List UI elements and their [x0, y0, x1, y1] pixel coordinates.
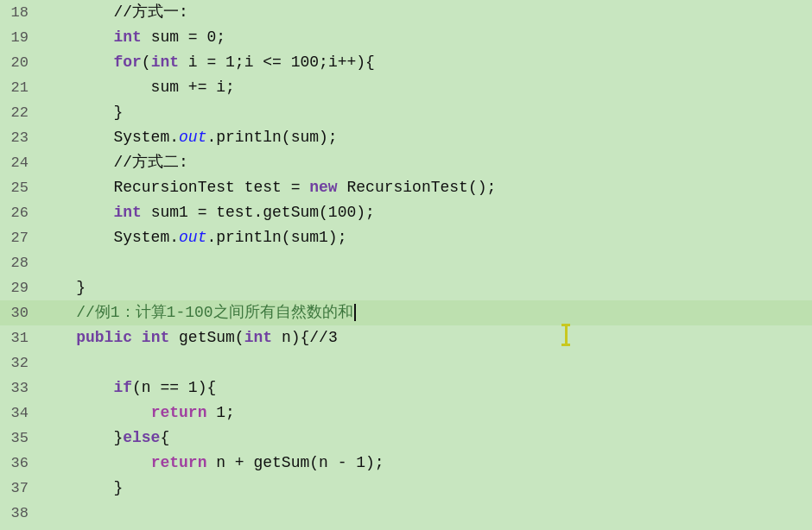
line-content: }else{ — [39, 426, 169, 451]
line-number: 27 — [0, 225, 39, 250]
line-content: System.out.println(sum1); — [39, 225, 346, 250]
code-line: 23 System.out.println(sum); — [0, 125, 812, 150]
code-line: 31 public int getSum(int n){//3 — [0, 325, 812, 350]
line-number: 33 — [0, 375, 39, 401]
code-line: 36 return n + getSum(n - 1); — [0, 451, 812, 476]
line-number: 31 — [0, 325, 39, 350]
line-number: 19 — [0, 25, 39, 50]
text-cursor — [354, 304, 356, 321]
code-line: 39 — [0, 526, 812, 530]
code-line: 33 if(n == 1){ — [0, 375, 812, 401]
line-content: } — [39, 476, 123, 501]
line-number: 29 — [0, 275, 39, 300]
line-number: 20 — [0, 50, 39, 75]
line-content: return 1; — [39, 401, 235, 426]
line-number: 35 — [0, 426, 39, 451]
line-number: 24 — [0, 150, 39, 175]
line-number: 21 — [0, 75, 39, 100]
code-line: 24 //方式二: — [0, 150, 812, 175]
line-number: 37 — [0, 476, 39, 501]
code-editor: 18 //方式一:19 int sum = 0;20 for(int i = 1… — [0, 0, 812, 530]
code-line: 30 //例1：计算1-100之间所有自然数的和 — [0, 300, 812, 325]
line-number: 22 — [0, 100, 39, 125]
line-number: 34 — [0, 401, 39, 426]
line-content: int sum = 0; — [39, 25, 225, 50]
line-number: 26 — [0, 200, 39, 225]
code-line: 35 }else{ — [0, 426, 812, 451]
line-content: //方式二: — [39, 150, 188, 175]
code-line: 26 int sum1 = test.getSum(100); — [0, 200, 812, 225]
line-content: } — [39, 100, 123, 125]
code-line: 32 — [0, 350, 812, 375]
line-content: sum += i; — [39, 75, 235, 100]
code-line: 18 //方式一: — [0, 0, 812, 25]
code-line: 19 int sum = 0; — [0, 25, 812, 50]
line-number: 25 — [0, 175, 39, 200]
line-content: return n + getSum(n - 1); — [39, 451, 384, 476]
line-content: int sum1 = test.getSum(100); — [39, 200, 375, 225]
line-content: //例1：计算1-100之间所有自然数的和 — [39, 300, 356, 325]
line-content: System.out.println(sum); — [39, 125, 338, 150]
code-line: 27 System.out.println(sum1); — [0, 225, 812, 250]
code-line: 25 RecursionTest test = new RecursionTes… — [0, 175, 812, 200]
line-number: 36 — [0, 451, 39, 476]
code-line: 20 for(int i = 1;i <= 100;i++){ — [0, 50, 812, 75]
code-line: 34 return 1; — [0, 401, 812, 426]
line-number: 18 — [0, 0, 39, 25]
line-content: //方式一: — [39, 0, 188, 25]
line-content: for(int i = 1;i <= 100;i++){ — [39, 50, 375, 75]
code-line: 22 } — [0, 100, 812, 125]
line-number: 38 — [0, 501, 39, 526]
line-number: 39 — [0, 526, 39, 530]
code-line: 28 — [0, 250, 812, 275]
code-line: 29 } — [0, 275, 812, 300]
code-line: 37 } — [0, 476, 812, 501]
line-content: } — [39, 275, 86, 300]
line-number: 23 — [0, 125, 39, 150]
line-number: 32 — [0, 350, 39, 375]
code-line: 21 sum += i; — [0, 75, 812, 100]
line-content: if(n == 1){ — [39, 375, 216, 401]
line-number: 30 — [0, 300, 39, 325]
code-line: 38 — [0, 501, 812, 526]
line-number: 28 — [0, 250, 39, 275]
line-content: RecursionTest test = new RecursionTest()… — [39, 175, 496, 200]
line-content: public int getSum(int n){//3 — [39, 325, 338, 350]
